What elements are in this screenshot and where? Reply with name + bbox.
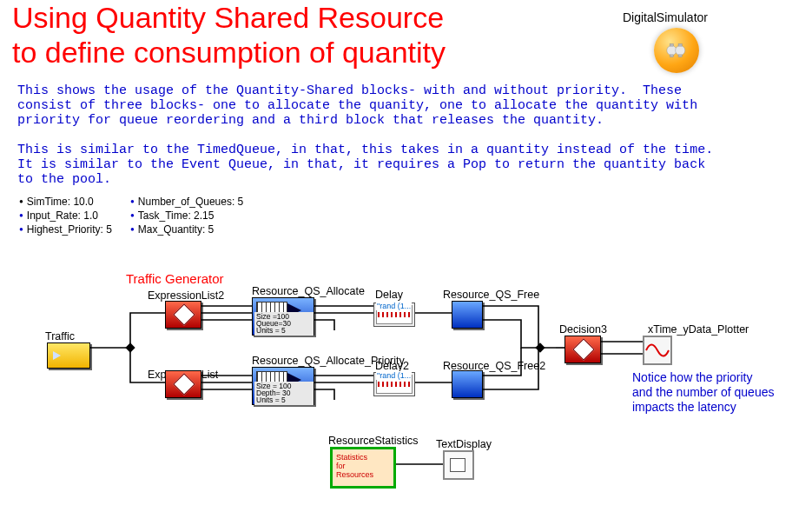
svg-rect-3 <box>678 43 682 46</box>
block-decision3[interactable] <box>564 336 601 363</box>
block-expressionlist2[interactable] <box>165 301 201 329</box>
label-resourcestatistics: ResourceStatistics <box>328 435 419 447</box>
block-delay2[interactable]: "rand (1... <box>373 372 415 396</box>
latency-note: Notice how the priority and the number o… <box>632 370 774 415</box>
label-free1: Resource_QS_Free <box>443 289 539 301</box>
svg-rect-5 <box>678 55 682 57</box>
brand-orb-icon <box>654 28 699 73</box>
label-textdisplay: TextDisplay <box>436 438 492 450</box>
brand-label: DigitalSimulator <box>623 10 708 24</box>
label-decision3: Decision3 <box>559 323 607 336</box>
svg-rect-2 <box>670 43 673 46</box>
label-delay1: Delay <box>375 289 403 301</box>
param-task-time: Task_Time: 2.15 <box>130 209 243 223</box>
block-resource-qs-free[interactable] <box>452 301 483 329</box>
block-resource-qs-free2[interactable] <box>452 370 483 398</box>
label-alloc-top: Resource_QS_Allocate <box>252 285 365 297</box>
param-highest-priority: Highest_Priority: 5 <box>19 223 112 236</box>
block-resource-qs-allocate-priority[interactable]: Size = 100 Depth= 30 Units = 5 <box>252 367 314 405</box>
junction-merge <box>535 342 545 352</box>
block-delay[interactable]: "rand (1... <box>373 303 415 327</box>
label-delay2: Delay2 <box>375 360 409 372</box>
svg-rect-4 <box>670 55 673 57</box>
block-plotter[interactable] <box>643 336 672 365</box>
param-num-queues: Number_of_Queues: 5 <box>130 195 243 209</box>
section-title: Traffic Generator <box>126 271 224 286</box>
junction-split <box>125 342 135 352</box>
page-title: Using Quantity Shared Resource to define… <box>12 0 446 70</box>
block-resourcestatistics[interactable]: Statistics for Resources <box>330 447 396 489</box>
block-textdisplay[interactable] <box>443 450 474 480</box>
label-plotter: xTime_yData_Plotter <box>648 323 749 336</box>
svg-point-0 <box>667 45 677 55</box>
param-simtime: SimTime: 10.0 <box>19 195 112 209</box>
block-traffic[interactable] <box>47 342 90 369</box>
param-max-quantity: Max_Quantity: 5 <box>130 223 243 236</box>
description-text: This shows the usage of the Quantity-Sha… <box>17 83 713 187</box>
block-resource-qs-allocate[interactable]: Size =100 Queue=30 Units = 5 <box>252 297 314 336</box>
param-input-rate: Input_Rate: 1.0 <box>19 209 112 223</box>
block-expressionlist[interactable] <box>165 370 201 398</box>
label-expressionlist2: ExpressionList2 <box>148 289 224 302</box>
label-traffic: Traffic <box>45 330 75 342</box>
svg-point-1 <box>676 45 685 55</box>
